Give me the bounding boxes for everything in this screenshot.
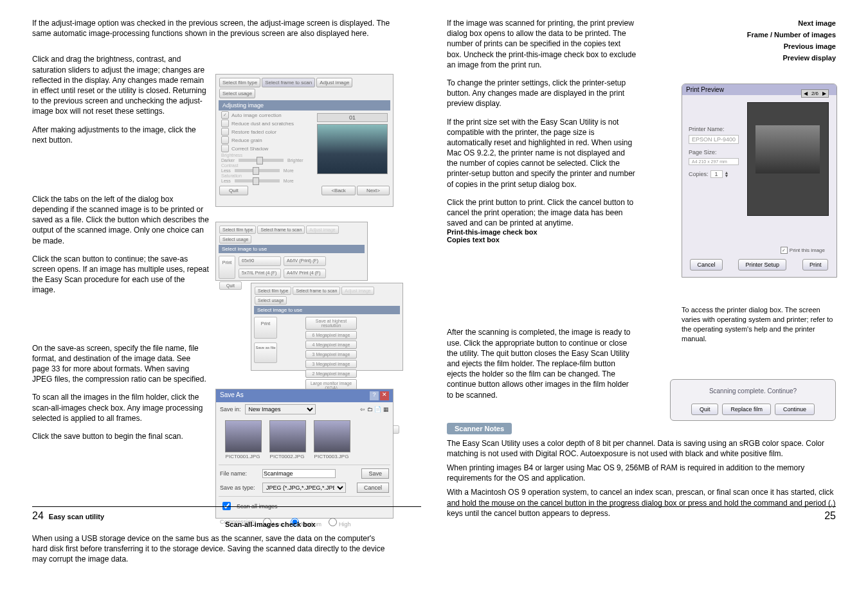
scan-all-images-label: Scan-all-images check box	[225, 520, 316, 528]
copies-field[interactable]: 1	[710, 170, 723, 178]
body-text: If the print size set with the Easy Scan…	[447, 117, 637, 190]
back-button[interactable]: <Back	[321, 186, 355, 195]
thumb-image[interactable]	[314, 420, 350, 452]
close-icon[interactable]: ✕	[380, 391, 389, 400]
body-text: Click and drag the brightness, contrast,…	[32, 54, 209, 116]
reduce-dust-check[interactable]	[221, 120, 229, 127]
reduce-grain-check[interactable]	[221, 136, 229, 144]
restore-color-check[interactable]	[221, 128, 229, 136]
body-text: Click the print button to print. Click t…	[447, 197, 637, 229]
continue-button[interactable]: Continue	[775, 404, 815, 415]
next-button[interactable]: Next>	[357, 186, 390, 195]
brightness-slider[interactable]	[239, 159, 284, 162]
body-text: To scan all the images in the film holde…	[32, 392, 209, 423]
frame-count: 2/6	[811, 91, 818, 96]
body-text: To change the printer settings, click th…	[447, 78, 637, 109]
contrast-slider[interactable]	[235, 169, 280, 172]
scanning-complete-dialog: Scanning complete. Continue? Quit Replac…	[670, 379, 836, 421]
tab-adjust-image[interactable]: Adjust image	[316, 78, 352, 87]
tab-select-frame[interactable]: Select frame to scan	[262, 78, 315, 87]
cancel-button[interactable]: Cancel	[690, 259, 722, 271]
section-name: Easy scan utility	[49, 513, 104, 520]
print-preview-dialog: Print Preview ◀ 2/6 ▶ Printer Name: EPSO…	[682, 84, 837, 278]
auto-correction-check[interactable]: ✓	[221, 111, 229, 119]
body-text: After making adjustments to the image, c…	[32, 125, 209, 145]
select-image-save-dialog: Select film typeSelect frame to scanAdju…	[251, 283, 403, 371]
savein-select[interactable]: New Images	[245, 404, 316, 414]
printer-name-field: EPSON LP-9400	[689, 135, 739, 144]
dialog-header: Adjusting image	[219, 100, 390, 111]
prev-image-button[interactable]: ◀	[804, 91, 808, 96]
help-icon[interactable]: ?	[370, 391, 379, 400]
dialog-title: Save As	[220, 391, 244, 400]
callout-frame-number: Frame / Number of images	[747, 31, 836, 39]
callout-preview-display: Preview display	[782, 54, 836, 62]
tab-select-usage[interactable]: Select usage	[219, 89, 255, 98]
quit-button[interactable]: Quit	[219, 186, 248, 195]
select-image-print-dialog: Select film typeSelect frame to scanAdju…	[215, 222, 368, 281]
thumb-image[interactable]	[225, 420, 262, 452]
body-text: Click the save button to begin the final…	[32, 431, 209, 441]
print-this-image-check[interactable]: ✓	[781, 247, 788, 254]
body-text: Click the scan button to continue; the s…	[32, 254, 209, 296]
callout-next-image: Next image	[798, 19, 836, 27]
usb-note: When using a USB storage device on the s…	[32, 533, 392, 565]
page-number: 25	[824, 510, 836, 522]
dialog-message: Scanning complete. Continue?	[676, 387, 830, 395]
body-text: Click the tabs on the left of the dialog…	[32, 194, 209, 246]
page-number: 24	[32, 510, 44, 522]
print-button[interactable]: Print	[802, 259, 829, 271]
intro-text: If the adjust-image option was checked i…	[32, 18, 392, 39]
next-image-button[interactable]: ▶	[822, 91, 826, 96]
body-text: After the scanning is completed, the ima…	[447, 327, 637, 400]
body-text: If the image was scanned for printing, t…	[447, 18, 637, 70]
scanner-note: With a Macintosh OS 9 operation system, …	[447, 487, 836, 519]
tab-select-film[interactable]: Select film type	[219, 78, 260, 87]
frame-number: 01	[317, 113, 388, 122]
filename-input[interactable]	[262, 469, 336, 478]
callout-previous-image: Previous image	[784, 42, 836, 50]
save-tab[interactable]: Save as file	[254, 342, 277, 363]
scanner-note: The Easy Scan Utility uses a color depth…	[447, 438, 836, 459]
thumb-image[interactable]	[269, 420, 306, 452]
quit-button[interactable]: Quit	[219, 281, 242, 290]
preview-thumb	[317, 124, 388, 174]
replace-film-button[interactable]: Replace film	[722, 404, 771, 415]
cancel-button[interactable]: Cancel	[357, 483, 389, 493]
page-size-field: A4 210 x 297 mm	[689, 158, 739, 165]
saveastype-select[interactable]: JPEG (*.JPG,*.JPEG,*.JPE)	[262, 483, 346, 493]
print-tab[interactable]: Print	[219, 256, 235, 279]
compression-high-radio[interactable]	[329, 518, 337, 526]
body-text: On the save-as screen, specify the file …	[32, 343, 209, 385]
scanner-note: When printing images B4 or larger using …	[447, 463, 836, 483]
adjust-image-dialog: Select film typeSelect frame to scanAdju…	[215, 74, 393, 207]
scanner-notes-header: Scanner Notes	[447, 423, 512, 434]
save-as-dialog: Save As?✕ Save in:New Images⇦ 🗀 📄 ▦ PICT…	[215, 389, 393, 519]
access-note: To access the printer dialog box. The sc…	[682, 305, 836, 343]
copies-spinner[interactable]: ▲▼	[725, 171, 729, 177]
saturation-slider[interactable]	[235, 179, 280, 182]
printer-setup-button[interactable]: Printer Setup	[738, 259, 786, 271]
quit-button[interactable]: Quit	[691, 404, 719, 415]
preview-area	[747, 102, 829, 216]
print-tab[interactable]: Print	[254, 317, 277, 339]
save-button[interactable]: Save	[361, 468, 389, 479]
correct-shadow-check[interactable]	[221, 145, 229, 152]
